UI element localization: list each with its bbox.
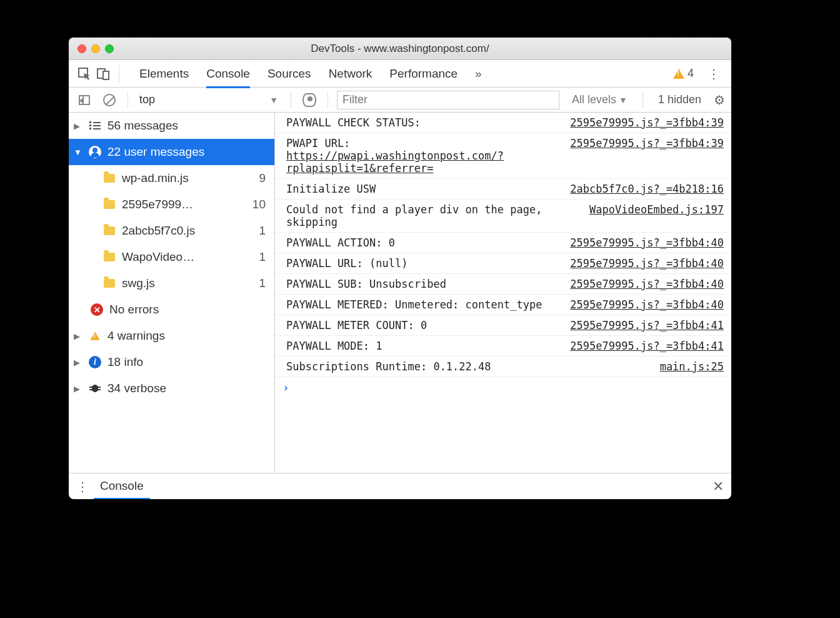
user-icon — [88, 146, 102, 158]
console-main: ▶ 56 messages ▼ 22 user messages wp-ad.m… — [69, 113, 731, 473]
filter-input[interactable] — [337, 91, 559, 109]
chevron-down-icon: ▼ — [619, 95, 628, 105]
issues-warning-badge[interactable]: 4 — [673, 67, 694, 80]
console-log-message: PAYWALL URL: (null) — [286, 257, 562, 270]
titlebar: DevTools - www.washingtonpost.com/ — [69, 38, 731, 60]
console-log-source-link[interactable]: main.js:25 — [660, 360, 724, 373]
console-toolbar: top ▼ All levels ▼ 1 hidden ⚙ — [69, 88, 731, 113]
chevron-right-icon: ▶ — [74, 332, 82, 341]
drawer-tab-console[interactable]: Console — [94, 479, 150, 499]
device-toolbar-icon[interactable] — [94, 64, 112, 83]
hidden-count[interactable]: 1 hidden — [652, 93, 708, 106]
tab-sources[interactable]: Sources — [268, 67, 311, 81]
console-log-row[interactable]: PAYWALL METERED: Unmetered: content_type… — [275, 295, 731, 315]
tab-console[interactable]: Console — [206, 67, 250, 88]
context-label: top — [139, 93, 155, 106]
chevron-right-icon: ▶ — [74, 358, 82, 367]
error-icon: ✕ — [90, 303, 104, 316]
chevron-down-icon: ▼ — [269, 95, 278, 105]
console-log-row[interactable]: PAYWALL MODE: 12595e79995.js?_=3fbb4:41 — [275, 336, 731, 357]
sidebar-item-user-messages[interactable]: ▼ 22 user messages — [69, 139, 274, 165]
warning-icon — [88, 331, 102, 341]
console-log-message: PAYWALL MODE: 1 — [286, 340, 562, 352]
console-log-row[interactable]: Subscriptions Runtime: 0.1.22.48main.js:… — [275, 357, 731, 377]
console-log-source-link[interactable]: 2595e79995.js?_=3fbb4:39 — [570, 116, 724, 129]
console-log-row[interactable]: Initialize USW2abcb5f7c0.js?_=4b218:16 — [275, 179, 731, 200]
folder-icon — [102, 279, 116, 288]
console-log-message: PAYWALL METER COUNT: 0 — [286, 319, 562, 332]
console-log-row[interactable]: PAYWALL CHECK STATUS:2595e79995.js?_=3fb… — [275, 113, 731, 133]
drawer: ⋮ Console ✕ — [69, 473, 731, 499]
console-log-row[interactable]: PAYWALL ACTION: 02595e79995.js?_=3fbb4:4… — [275, 233, 731, 253]
warning-count: 4 — [688, 67, 694, 80]
console-log-row[interactable]: PAYWALL METER COUNT: 02595e79995.js?_=3f… — [275, 315, 731, 336]
sidebar-file-item[interactable]: wp-ad.min.js 9 — [69, 165, 274, 191]
tabs-overflow-icon[interactable]: » — [475, 67, 482, 81]
drawer-menu-icon[interactable]: ⋮ — [76, 479, 94, 494]
folder-icon — [102, 253, 116, 261]
sidebar-item-verbose[interactable]: ▶ 34 verbose — [69, 375, 274, 402]
sidebar-item-info[interactable]: ▶ i 18 info — [69, 349, 274, 375]
sidebar-item-warnings[interactable]: ▶ 4 warnings — [69, 323, 274, 349]
console-log-source-link[interactable]: 2595e79995.js?_=3fbb4:41 — [570, 340, 724, 352]
sidebar-file-item[interactable]: 2595e7999… 10 — [69, 191, 274, 218]
svg-rect-2 — [103, 71, 109, 79]
folder-icon — [102, 226, 116, 235]
console-log-message: PWAPI URL: https://pwapi.washingtonpost.… — [286, 137, 562, 175]
console-log-row[interactable]: PWAPI URL: https://pwapi.washingtonpost.… — [275, 133, 731, 179]
sidebar-file-item[interactable]: 2abcb5f7c0.js 1 — [69, 218, 274, 244]
warning-icon — [673, 69, 684, 79]
close-drawer-icon[interactable]: ✕ — [712, 479, 724, 495]
live-expression-icon[interactable] — [300, 91, 319, 109]
console-log-row[interactable]: PAYWALL SUB: Unsubscribed2595e79995.js?_… — [275, 274, 731, 295]
tab-elements[interactable]: Elements — [139, 67, 189, 81]
bug-icon — [88, 383, 102, 393]
window-title: DevTools - www.washingtonpost.com/ — [69, 43, 731, 55]
tab-network[interactable]: Network — [329, 67, 372, 81]
sidebar-item-errors[interactable]: ✕ No errors — [69, 296, 274, 323]
inspect-element-icon[interactable] — [75, 64, 94, 83]
devtools-window: DevTools - www.washingtonpost.com/ Eleme… — [69, 38, 731, 499]
tabs-row: Elements Console Sources Network Perform… — [69, 60, 731, 88]
folder-icon — [102, 174, 116, 183]
console-log-inline-link[interactable]: https://pwapi.washingtonpost.com/?rplapi… — [286, 149, 504, 175]
console-log-message: PAYWALL CHECK STATUS: — [286, 116, 562, 129]
chevron-down-icon: ▼ — [74, 148, 82, 157]
panel-tabs: Elements Console Sources Network Perform… — [139, 67, 482, 81]
console-log-source-link[interactable]: 2595e79995.js?_=3fbb4:40 — [570, 257, 724, 270]
console-log-message: Initialize USW — [286, 183, 562, 195]
folder-icon — [102, 200, 116, 209]
console-log-message: PAYWALL METERED: Unmetered: content_type — [286, 298, 562, 311]
console-log-row[interactable]: Could not find a player div on the page,… — [275, 200, 731, 233]
sidebar-item-messages[interactable]: ▶ 56 messages — [69, 113, 274, 139]
console-log-source-link[interactable]: 2595e79995.js?_=3fbb4:40 — [570, 236, 724, 249]
devtools-menu-icon[interactable]: ⋮ — [702, 66, 725, 81]
context-selector[interactable]: top ▼ — [137, 93, 282, 106]
console-log-source-link[interactable]: 2abcb5f7c0.js?_=4b218:16 — [570, 183, 724, 195]
console-log-source-link[interactable]: 2595e79995.js?_=3fbb4:40 — [570, 298, 724, 311]
log-levels-selector[interactable]: All levels ▼ — [566, 93, 634, 106]
chevron-right-icon: ▶ — [74, 121, 82, 131]
console-log-row[interactable]: PAYWALL URL: (null)2595e79995.js?_=3fbb4… — [275, 253, 731, 274]
console-log-source-link[interactable]: WapoVideoEmbed.js:197 — [589, 203, 724, 216]
console-log-source-link[interactable]: 2595e79995.js?_=3fbb4:41 — [570, 319, 724, 332]
console-log-source-link[interactable]: 2595e79995.js?_=3fbb4:40 — [570, 278, 724, 290]
tab-performance[interactable]: Performance — [389, 67, 458, 81]
list-icon — [88, 121, 102, 130]
chevron-right-icon: ▶ — [74, 384, 82, 393]
console-prompt[interactable]: › — [275, 377, 731, 398]
console-log-message: Could not find a player div on the page,… — [286, 203, 582, 228]
toggle-sidebar-icon[interactable] — [75, 91, 94, 109]
console-log-list[interactable]: PAYWALL CHECK STATUS:2595e79995.js?_=3fb… — [275, 113, 731, 473]
console-log-message: PAYWALL ACTION: 0 — [286, 236, 562, 249]
console-log-message: PAYWALL SUB: Unsubscribed — [286, 278, 562, 290]
clear-console-icon[interactable] — [100, 91, 119, 109]
console-log-message: Subscriptions Runtime: 0.1.22.48 — [286, 360, 652, 373]
sidebar-file-item[interactable]: swg.js 1 — [69, 270, 274, 296]
console-log-source-link[interactable]: 2595e79995.js?_=3fbb4:39 — [570, 137, 724, 149]
info-icon: i — [88, 356, 102, 368]
sidebar-file-item[interactable]: WapoVideo… 1 — [69, 244, 274, 270]
console-sidebar: ▶ 56 messages ▼ 22 user messages wp-ad.m… — [69, 113, 275, 473]
console-settings-icon[interactable]: ⚙ — [714, 93, 725, 108]
